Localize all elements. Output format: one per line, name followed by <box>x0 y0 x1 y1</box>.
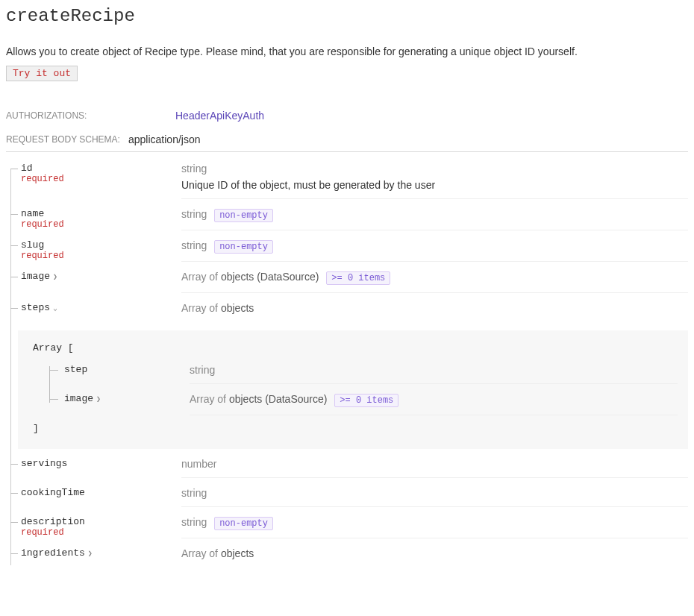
field-name: description <box>21 516 85 527</box>
field-name: steps⌄ <box>21 302 57 313</box>
field-type: string <box>181 163 688 175</box>
badge-items: >= 0 items <box>326 271 390 285</box>
field-row-description: description required string non-empty <box>6 512 688 543</box>
field-type: Array of objects (DataSource) >= 0 items <box>181 271 688 285</box>
array-close-label: ] <box>33 423 678 434</box>
authorizations-value[interactable]: HeaderApiKeyAuth <box>175 110 264 122</box>
field-name: step <box>64 364 87 375</box>
field-type: number <box>181 458 688 470</box>
badge-nonempty: non-empty <box>214 240 273 254</box>
body-schema-label: REQUEST BODY SCHEMA: <box>6 134 128 145</box>
field-name: ingredients❯ <box>21 547 93 559</box>
chevron-right-icon: ❯ <box>88 550 93 558</box>
field-type: string <box>181 487 688 499</box>
field-type: string non-empty <box>181 208 688 222</box>
authorizations-row: AUTHORIZATIONS: HeaderApiKeyAuth <box>6 104 688 128</box>
field-type: string <box>190 364 678 376</box>
field-description: Unique ID of the object, must be generat… <box>181 179 688 191</box>
field-name: id <box>21 163 64 174</box>
endpoint-description: Allows you to create object of Recipe ty… <box>6 44 688 60</box>
body-schema-row: REQUEST BODY SCHEMA: application/json <box>6 128 688 152</box>
required-label: required <box>21 251 64 261</box>
field-row-image[interactable]: image❯ Array of objects (DataSource) >= … <box>6 266 688 298</box>
body-schema-value: application/json <box>128 133 201 145</box>
required-label: required <box>21 527 85 538</box>
field-row-ingredients[interactable]: ingredients❯ Array of objects <box>6 543 688 571</box>
field-type: Array of objects (DataSource) >= 0 items <box>190 393 678 407</box>
nested-field-row-image[interactable]: image❯ Array of objects (DataSource) >= … <box>28 389 678 420</box>
field-type: Array of objects <box>181 302 688 314</box>
try-it-out-button[interactable]: Try it out <box>6 66 78 81</box>
field-name: servings <box>21 458 67 469</box>
field-name: slug <box>21 239 64 251</box>
field-row-slug: slug required string non-empty <box>6 235 688 266</box>
schema-body: id required string Unique ID of the obje… <box>6 158 688 571</box>
page-title: createRecipe <box>6 6 688 26</box>
nested-field-row-step: step string <box>28 359 678 389</box>
required-label: required <box>21 219 64 230</box>
array-open-label: Array [ <box>33 342 678 353</box>
field-row-servings: servings number <box>6 453 688 483</box>
badge-nonempty: non-empty <box>214 517 273 530</box>
chevron-right-icon: ❯ <box>53 273 57 281</box>
field-type: string non-empty <box>181 239 688 254</box>
nested-steps-block: Array [ step string image❯ <box>18 330 688 449</box>
field-row-steps[interactable]: steps⌄ Array of objects <box>6 298 688 326</box>
authorizations-label: AUTHORIZATIONS: <box>6 110 175 121</box>
field-row-cookingtime: cookingTime string <box>6 483 688 512</box>
field-type: string non-empty <box>181 516 688 530</box>
badge-items: >= 0 items <box>334 394 398 407</box>
required-label: required <box>21 174 64 184</box>
chevron-down-icon: ⌄ <box>53 304 57 312</box>
field-name: name <box>21 208 64 219</box>
field-row-id: id required string Unique ID of the obje… <box>6 158 688 204</box>
field-name: image❯ <box>21 271 57 282</box>
field-name: cookingTime <box>21 487 85 498</box>
field-row-name: name required string non-empty <box>6 204 688 235</box>
badge-nonempty: non-empty <box>214 209 273 222</box>
field-type: Array of objects <box>181 547 688 559</box>
field-name: image❯ <box>64 393 101 404</box>
chevron-right-icon: ❯ <box>96 395 101 403</box>
